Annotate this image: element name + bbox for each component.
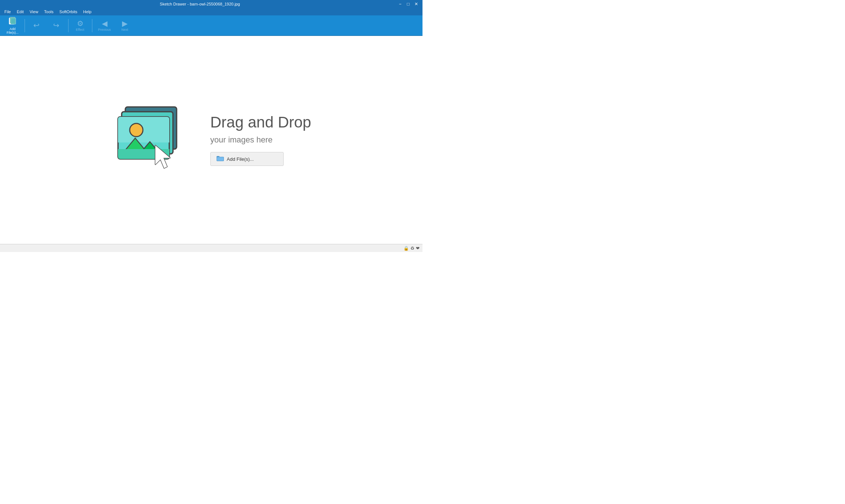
menu-file[interactable]: File <box>1 9 14 15</box>
previous-icon: ◀ <box>102 20 107 27</box>
minimize-button[interactable]: − <box>397 1 403 7</box>
add-files-icon <box>8 16 17 26</box>
status-icon-heart: ❤ <box>416 246 420 251</box>
add-files-button[interactable]: Add File(s)... <box>210 152 284 166</box>
status-icons: 🔒 ♻ ❤ <box>403 246 420 251</box>
svg-rect-2 <box>11 18 16 24</box>
previous-label: Previous <box>98 28 111 32</box>
drop-text-area: Drag and Drop your images here Add File(… <box>210 114 311 166</box>
effect-label: Effect <box>76 28 84 32</box>
add-files-button-label: Add File(s)... <box>227 156 254 162</box>
toolbar: AddFile(s)... ↩ ↪ ⚙ Effect ◀ Previous ▶ … <box>0 15 422 36</box>
effect-icon: ⚙ <box>77 20 84 27</box>
undo-toolbar-button[interactable]: ↩ <box>27 17 46 34</box>
menu-view[interactable]: View <box>27 9 41 15</box>
status-bar: 🔒 ♻ ❤ <box>0 244 422 252</box>
toolbar-separator-1 <box>25 19 25 32</box>
window-title: Sketch Drawer - barn-owl-2550068_1920.jp… <box>3 2 397 6</box>
redo-toolbar-button[interactable]: ↪ <box>47 17 66 34</box>
title-bar: Sketch Drawer - barn-owl-2550068_1920.jp… <box>0 0 422 8</box>
drop-zone-container: Drag and Drop your images here Add File(… <box>111 98 311 182</box>
redo-icon: ↪ <box>53 22 59 29</box>
next-icon: ▶ <box>122 20 128 27</box>
menu-softorbits[interactable]: SoftOrbits <box>56 9 80 15</box>
menu-tools[interactable]: Tools <box>41 9 56 15</box>
window-controls: − □ ✕ <box>397 1 420 7</box>
menu-edit[interactable]: Edit <box>14 9 27 15</box>
effect-toolbar-button[interactable]: ⚙ Effect <box>71 17 90 34</box>
add-files-label: AddFile(s)... <box>7 27 19 34</box>
add-files-toolbar-button[interactable]: AddFile(s)... <box>3 17 22 34</box>
toolbar-separator-2 <box>68 19 69 32</box>
svg-rect-7 <box>118 117 169 142</box>
svg-point-8 <box>130 123 143 137</box>
toolbar-separator-3 <box>92 19 92 32</box>
image-stack-illustration <box>111 98 196 182</box>
status-icon-recycle: ♻ <box>410 246 414 251</box>
svg-rect-16 <box>217 157 224 161</box>
folder-icon <box>217 155 224 163</box>
next-label: Next <box>121 28 128 32</box>
main-content: Drag and Drop your images here Add File(… <box>0 36 422 244</box>
menu-bar: File Edit View Tools SoftOrbits Help <box>0 8 422 15</box>
drag-drop-subtitle: your images here <box>210 135 311 145</box>
previous-toolbar-button[interactable]: ◀ Previous <box>95 17 115 34</box>
next-toolbar-button[interactable]: ▶ Next <box>115 17 134 34</box>
status-icon-lock: 🔒 <box>403 246 409 251</box>
maximize-button[interactable]: □ <box>405 1 412 7</box>
drag-drop-title: Drag and Drop <box>210 114 311 131</box>
drag-drop-line1: Drag and Drop <box>210 114 311 131</box>
undo-icon: ↩ <box>33 22 40 29</box>
close-button[interactable]: ✕ <box>413 1 420 7</box>
menu-help[interactable]: Help <box>80 9 95 15</box>
